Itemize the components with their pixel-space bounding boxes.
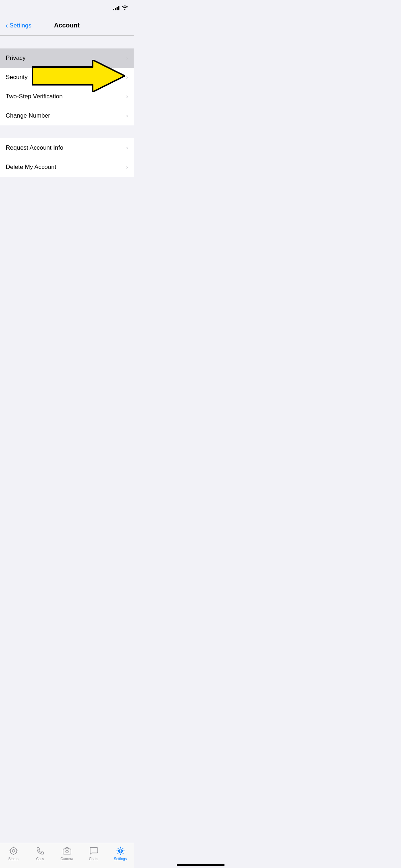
section-2: Request Account Info › Delete My Account… xyxy=(0,138,134,177)
status-bar xyxy=(0,0,134,16)
nav-bar: ‹ Settings Account xyxy=(0,16,134,36)
bottom-space xyxy=(0,177,134,212)
two-step-item[interactable]: Two-Step Verification › xyxy=(0,87,134,106)
delete-account-chevron-icon: › xyxy=(126,164,128,170)
privacy-item[interactable]: Privacy › xyxy=(0,48,134,68)
privacy-chevron-icon: › xyxy=(126,55,128,61)
security-chevron-icon: › xyxy=(126,74,128,81)
delete-account-item[interactable]: Delete My Account › xyxy=(0,157,134,177)
request-account-label: Request Account Info xyxy=(6,144,63,151)
delete-account-label: Delete My Account xyxy=(6,164,56,171)
security-item[interactable]: Security › xyxy=(0,68,134,87)
signal-icon xyxy=(113,5,119,10)
privacy-label: Privacy xyxy=(6,55,26,62)
wifi-icon xyxy=(122,5,128,11)
request-account-chevron-icon: › xyxy=(126,145,128,151)
security-label: Security xyxy=(6,74,27,81)
two-step-chevron-icon: › xyxy=(126,93,128,100)
back-label: Settings xyxy=(10,22,31,29)
section-gap-middle xyxy=(0,125,134,138)
two-step-label: Two-Step Verification xyxy=(6,93,63,100)
change-number-item[interactable]: Change Number › xyxy=(0,106,134,125)
change-number-chevron-icon: › xyxy=(126,113,128,119)
back-chevron-icon: ‹ xyxy=(6,21,8,30)
section-gap-top xyxy=(0,36,134,48)
section-1: Privacy › Security › Two-Step Verificati… xyxy=(0,48,134,125)
request-account-item[interactable]: Request Account Info › xyxy=(0,138,134,157)
page-title: Account xyxy=(54,22,80,29)
back-button[interactable]: ‹ Settings xyxy=(6,21,31,30)
change-number-label: Change Number xyxy=(6,112,50,119)
